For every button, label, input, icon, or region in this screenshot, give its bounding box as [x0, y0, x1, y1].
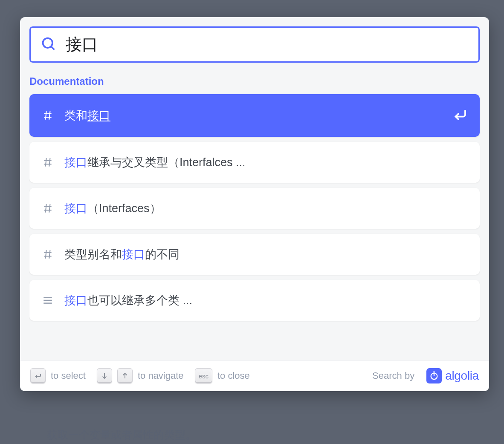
navigate-hint: to navigate	[138, 370, 184, 381]
svg-line-5	[49, 111, 50, 120]
svg-line-16	[46, 250, 46, 259]
hash-icon	[41, 202, 54, 215]
results-section-label: Documentation	[29, 67, 480, 94]
paragraph-icon	[41, 294, 54, 307]
search-result-item[interactable]: 类和接口	[29, 94, 480, 137]
search-result-item[interactable]: 接口（Interfaces）	[29, 188, 480, 229]
algolia-logo[interactable]: algolia	[426, 368, 479, 383]
search-results: Documentation 类和接口接口继承与交叉类型（Interfalces …	[20, 63, 489, 339]
arrow-up-key-icon	[117, 368, 133, 383]
svg-line-13	[49, 204, 50, 213]
svg-line-17	[49, 250, 50, 259]
search-result-item[interactable]: 接口也可以继承多个类 ...	[29, 280, 480, 321]
enter-key-icon	[30, 368, 46, 383]
svg-point-0	[43, 38, 53, 48]
hash-icon	[41, 156, 54, 169]
search-input[interactable]	[66, 35, 468, 54]
search-result-title: 类和接口	[64, 108, 442, 123]
search-by-label: Search by	[372, 370, 414, 381]
search-icon	[41, 36, 56, 53]
search-result-title: 接口也可以继承多个类 ...	[64, 293, 468, 308]
svg-line-9	[49, 158, 50, 167]
svg-line-12	[46, 204, 46, 213]
arrow-down-key-icon	[97, 368, 112, 383]
search-modal: Documentation 类和接口接口继承与交叉类型（Interfalces …	[20, 17, 489, 391]
search-result-title: 接口（Interfaces）	[64, 201, 468, 216]
svg-line-4	[46, 111, 46, 120]
hash-icon	[41, 109, 54, 122]
enter-arrow-icon	[452, 107, 468, 124]
esc-key-icon: esc	[195, 368, 212, 383]
background-page-text: 获取一个变量或者属性的类型。	[47, 428, 196, 442]
search-result-title: 接口继承与交叉类型（Interfalces ...	[64, 155, 468, 170]
search-box[interactable]	[29, 26, 480, 63]
algolia-icon	[426, 368, 442, 383]
svg-line-8	[46, 158, 46, 167]
select-hint: to select	[51, 370, 86, 381]
algolia-text: algolia	[445, 369, 479, 383]
search-result-item[interactable]: 接口继承与交叉类型（Interfalces ...	[29, 142, 480, 183]
search-result-title: 类型别名和接口的不同	[64, 247, 468, 262]
close-hint: to close	[217, 370, 250, 381]
hash-icon	[41, 248, 54, 261]
svg-line-1	[51, 46, 55, 50]
search-result-item[interactable]: 类型别名和接口的不同	[29, 234, 480, 275]
search-footer: to select to navigate esc to close Searc…	[20, 360, 489, 391]
